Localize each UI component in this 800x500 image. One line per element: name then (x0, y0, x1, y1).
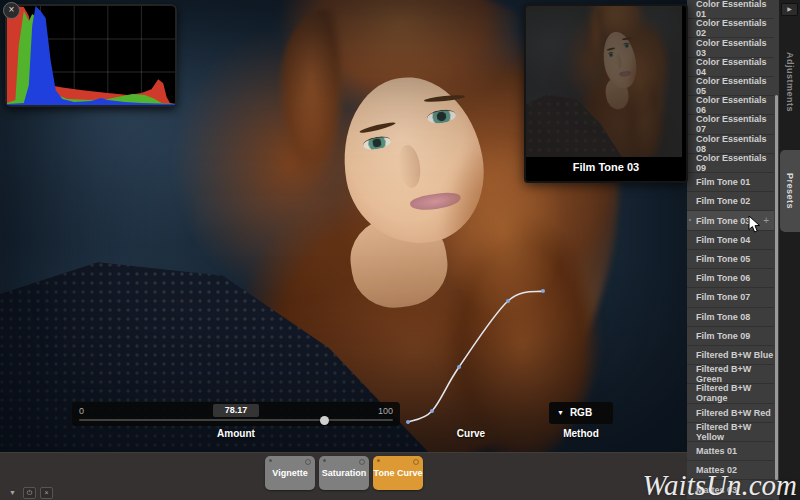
preset-item[interactable]: Mattes 01 (687, 442, 774, 461)
preset-item-label: Film Tone 04 (696, 235, 750, 245)
amount-label: Amount (72, 428, 400, 439)
preset-item[interactable]: Film Tone 05 (687, 250, 774, 269)
amount-slider-track[interactable] (79, 419, 393, 421)
window-buttons: ▼⏻× (6, 487, 53, 499)
amount-slider[interactable]: 0 78.17 100 (72, 402, 400, 426)
preset-list: Color Essentials 01Color Essentials 02Co… (687, 0, 774, 500)
preset-item[interactable]: Film Tone 04 (687, 231, 774, 250)
scrollbar-thumb[interactable] (775, 95, 778, 480)
effect-chip-label: Saturation (322, 468, 367, 478)
close-button[interactable]: × (40, 487, 53, 499)
preset-item-label: Color Essentials 05 (696, 76, 774, 96)
histogram-chart (7, 6, 175, 105)
preset-item-label: Film Tone 03 (696, 216, 750, 226)
preset-item[interactable]: Filtered B+W Red (687, 404, 774, 423)
power-button[interactable]: ⏻ (23, 487, 36, 499)
preset-item[interactable]: Filtered B+W Blue (687, 346, 774, 365)
preset-item-label: Film Tone 01 (696, 177, 750, 187)
histogram-panel: × (5, 4, 177, 107)
curve-label: Curve (421, 428, 521, 439)
preset-item[interactable]: Film Tone 01 (687, 173, 774, 192)
preset-item-label: Film Tone 02 (696, 196, 750, 206)
preset-item-label: Color Essentials 08 (696, 134, 774, 154)
preset-item-label: Mattes 01 (696, 446, 737, 456)
effect-chip-tone-curve[interactable]: Tone Curve (373, 456, 423, 490)
method-label: Method (531, 428, 631, 439)
preset-item[interactable]: Color Essentials 09 (687, 154, 774, 173)
presets-sidebar: Color Essentials 01Color Essentials 02Co… (687, 0, 800, 500)
preset-item[interactable]: Color Essentials 05 (687, 77, 774, 96)
preset-item[interactable]: Color Essentials 02 (687, 19, 774, 38)
preset-preview-image (526, 6, 682, 157)
preset-item-label: Filtered B+W Orange (696, 383, 774, 403)
preset-item[interactable]: Film Tone 06 (687, 269, 774, 288)
sidebar-tabstrip: ▶ Adjustments Presets (779, 0, 800, 500)
amount-max-label: 100 (378, 406, 393, 416)
watermark: WaitsUn.com (643, 469, 797, 500)
preset-item[interactable]: Color Essentials 08 (687, 135, 774, 154)
effect-chip-vignette[interactable]: Vignette (265, 456, 315, 490)
preset-item-label: Film Tone 09 (696, 331, 750, 341)
preset-item-label: Film Tone 06 (696, 273, 750, 283)
preset-preview-panel[interactable]: Film Tone 03 (524, 4, 688, 183)
preset-item[interactable]: Filtered B+W Yellow (687, 423, 774, 442)
preset-item-label: Color Essentials 09 (696, 153, 774, 173)
preset-item[interactable]: Film Tone 07 (687, 288, 774, 307)
preset-item-label: Color Essentials 01 (696, 0, 774, 19)
preset-item[interactable]: Color Essentials 03 (687, 38, 774, 57)
preset-item-label: Color Essentials 07 (696, 114, 774, 134)
collapse-button[interactable]: ▼ (6, 487, 19, 499)
preset-item[interactable]: Film Tone 03+ (687, 211, 774, 230)
preset-item[interactable]: Film Tone 09 (687, 327, 774, 346)
tab-adjustments[interactable]: Adjustments (785, 52, 795, 112)
preset-item-label: Film Tone 07 (696, 292, 750, 302)
close-icon[interactable]: × (3, 2, 20, 19)
bottom-bar: VignetteSaturationTone Curve (0, 452, 688, 500)
preset-item-label: Color Essentials 04 (696, 57, 774, 77)
method-dropdown[interactable]: ▼ RGB (549, 402, 613, 424)
preset-preview-caption: Film Tone 03 (526, 157, 686, 177)
preset-item-label: Filtered B+W Red (696, 408, 771, 418)
preset-item-label: Filtered B+W Green (696, 364, 774, 384)
preset-item-label: Film Tone 05 (696, 254, 750, 264)
preset-item-label: Color Essentials 06 (696, 95, 774, 115)
preset-item[interactable]: Color Essentials 04 (687, 58, 774, 77)
preset-item-label: Color Essentials 02 (696, 18, 774, 38)
preset-item[interactable]: Color Essentials 01 (687, 0, 774, 19)
effect-chips-row: VignetteSaturationTone Curve (0, 456, 688, 490)
effect-chip-saturation[interactable]: Saturation (319, 456, 369, 490)
effect-chip-label: Tone Curve (374, 468, 423, 478)
add-preset-icon[interactable]: + (763, 215, 769, 226)
preset-item-label: Film Tone 08 (696, 312, 750, 322)
preset-item-label: Color Essentials 03 (696, 38, 774, 58)
preset-item[interactable]: Filtered B+W Green (687, 365, 774, 384)
amount-min-label: 0 (79, 406, 84, 416)
effect-chip-label: Vignette (272, 468, 307, 478)
amount-value: 78.17 (213, 404, 259, 417)
film-tone-filter-overlay (526, 6, 682, 157)
method-value: RGB (549, 402, 613, 424)
tab-presets[interactable]: Presets (780, 150, 800, 232)
amount-slider-knob[interactable] (320, 416, 329, 425)
collapse-sidebar-icon[interactable]: ▶ (781, 3, 798, 16)
preset-item-label: Filtered B+W Yellow (696, 422, 774, 442)
preset-item-label: Filtered B+W Blue (696, 350, 773, 360)
preset-item[interactable]: Film Tone 08 (687, 308, 774, 327)
preset-item[interactable]: Color Essentials 07 (687, 115, 774, 134)
preset-item[interactable]: Filtered B+W Orange (687, 384, 774, 403)
preset-item[interactable]: Color Essentials 06 (687, 96, 774, 115)
preset-item[interactable]: Film Tone 02 (687, 192, 774, 211)
